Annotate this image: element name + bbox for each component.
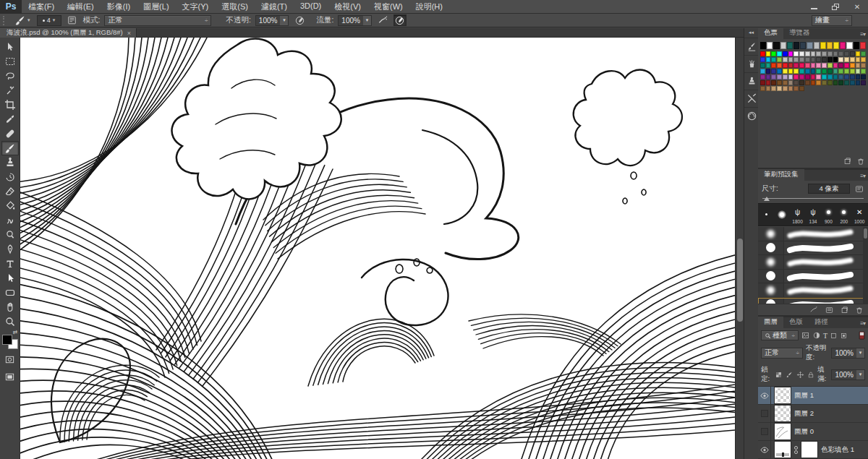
swatch[interactable]	[799, 80, 804, 85]
swatch[interactable]	[760, 63, 765, 68]
filter-smart-object-icon[interactable]	[840, 332, 848, 340]
brush-preset-row-0[interactable]	[758, 227, 868, 241]
swatch[interactable]	[760, 51, 765, 56]
swatch[interactable]	[799, 51, 804, 56]
swatch[interactable]	[799, 69, 804, 74]
brush-size-slider[interactable]	[762, 197, 864, 201]
swatch[interactable]	[811, 51, 816, 56]
eraser-tool[interactable]	[1, 184, 19, 199]
brush-preset-row-2[interactable]	[758, 255, 868, 270]
swatch[interactable]	[788, 80, 793, 85]
swatch[interactable]	[844, 80, 849, 85]
brush-tip-134[interactable]: ψ134	[805, 205, 820, 224]
tab-swatches-1[interactable]: 導覽器	[783, 27, 816, 39]
swatch[interactable]	[856, 74, 861, 80]
swatch[interactable]	[760, 86, 765, 91]
swatch[interactable]	[833, 74, 838, 80]
swatch[interactable]	[788, 74, 793, 80]
brush-size-field[interactable]: 4 像素	[808, 184, 850, 194]
layer-mask-thumbnail[interactable]	[801, 442, 817, 458]
brush-tip-1800[interactable]: ψ1800	[790, 205, 805, 224]
swatch[interactable]	[827, 63, 833, 68]
swatch[interactable]	[811, 74, 816, 80]
panel-menu-icon[interactable]: ≡▾	[857, 173, 868, 181]
pen-tool[interactable]	[1, 242, 19, 257]
airbrush-icon[interactable]	[376, 14, 389, 26]
filter-toggle-switch[interactable]	[859, 331, 865, 340]
swatch[interactable]	[793, 80, 799, 85]
swatch[interactable]	[850, 57, 855, 62]
trash-icon[interactable]	[855, 306, 864, 314]
swatch[interactable]	[861, 57, 866, 62]
swatch[interactable]	[811, 57, 816, 62]
swatch[interactable]	[783, 80, 788, 85]
lock-transparent-icon[interactable]	[775, 371, 783, 379]
swatch[interactable]	[788, 86, 793, 91]
type-tool[interactable]	[1, 257, 19, 271]
healing-brush-tool[interactable]	[1, 126, 19, 141]
swatch[interactable]	[787, 42, 793, 49]
swatch[interactable]	[799, 57, 804, 62]
swatch[interactable]	[788, 69, 793, 74]
menu-item-7[interactable]: 3D(D)	[294, 1, 328, 12]
swatch[interactable]	[805, 51, 810, 56]
menu-item-8[interactable]: 檢視(V)	[328, 1, 367, 12]
swatch[interactable]	[805, 63, 810, 68]
filter-pixel-icon[interactable]	[801, 331, 810, 340]
clone-stamp-tool[interactable]	[1, 155, 19, 170]
swatch[interactable]	[833, 63, 838, 68]
lock-all-icon[interactable]	[807, 371, 814, 379]
swatch[interactable]	[844, 74, 849, 80]
paint-bucket-tool[interactable]	[1, 199, 19, 213]
swatch[interactable]	[844, 51, 849, 56]
smudge-tool[interactable]	[1, 213, 19, 228]
new-swatch-icon[interactable]	[843, 157, 852, 166]
tab-close-icon[interactable]: ×	[127, 30, 131, 37]
layer-visibility-toggle[interactable]	[758, 423, 771, 440]
swatch[interactable]	[783, 63, 788, 68]
swatch[interactable]	[766, 51, 771, 56]
document-tab[interactable]: 海波浪.psd @ 100% (圖層 1, RGB/8#) ×	[0, 28, 137, 38]
lasso-tool[interactable]	[1, 69, 19, 83]
swatch[interactable]	[822, 80, 827, 85]
layer-row-1[interactable]: 圖層 2	[758, 405, 868, 423]
layer-name[interactable]: 圖層 2	[794, 409, 814, 419]
swatch[interactable]	[854, 42, 859, 49]
swatch[interactable]	[805, 74, 810, 80]
layer-thumbnail[interactable]	[775, 424, 791, 439]
swatch[interactable]	[771, 86, 776, 91]
swatch[interactable]	[816, 57, 821, 62]
swatch[interactable]	[811, 69, 816, 74]
swatch[interactable]	[816, 63, 821, 68]
brush-preset-row-3[interactable]	[758, 270, 868, 284]
tab-swatches-0[interactable]: 色票	[758, 27, 783, 39]
fill-input[interactable]: 100%▾	[831, 369, 865, 380]
filter-shape-icon[interactable]	[830, 332, 838, 340]
layer-row-2[interactable]: 圖層 0	[758, 423, 868, 441]
swatch[interactable]	[766, 74, 771, 80]
color-picker-widget[interactable]: ⇄	[2, 332, 18, 349]
eyedropper-tool[interactable]	[1, 112, 19, 126]
swatch[interactable]	[766, 63, 771, 68]
swatch[interactable]	[816, 51, 821, 56]
brush-preset-row-1[interactable]	[758, 241, 868, 256]
swatch[interactable]	[822, 63, 827, 68]
layer-thumbnail[interactable]	[775, 406, 791, 421]
restore-button[interactable]	[825, 0, 846, 14]
swatch[interactable]	[814, 42, 820, 49]
minimize-button[interactable]	[803, 0, 825, 14]
layer-visibility-toggle[interactable]	[758, 405, 771, 422]
brush-tip-900[interactable]: 900	[821, 205, 836, 224]
swatch[interactable]	[861, 51, 866, 56]
zoom-tool[interactable]	[1, 314, 19, 329]
swatch[interactable]	[773, 42, 779, 49]
opacity-input[interactable]: 100%▾	[255, 15, 289, 26]
move-tool[interactable]	[1, 40, 19, 54]
swatch[interactable]	[783, 69, 788, 74]
swatch[interactable]	[777, 63, 782, 68]
swatch[interactable]	[827, 57, 833, 62]
menu-item-3[interactable]: 圖層(L)	[137, 1, 175, 12]
swatch[interactable]	[838, 74, 843, 80]
swatch[interactable]	[771, 51, 776, 56]
swatch[interactable]	[760, 74, 765, 80]
